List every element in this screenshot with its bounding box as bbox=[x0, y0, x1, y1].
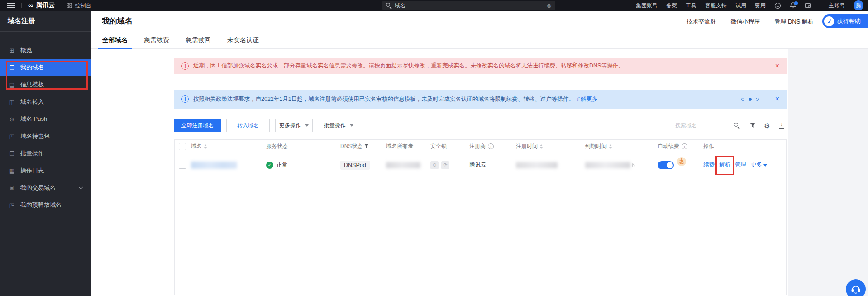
clear-icon[interactable]: ⊗ bbox=[547, 3, 552, 9]
tab-all-domains[interactable]: 全部域名 bbox=[98, 32, 132, 48]
batch-actions-label: 批量操作 bbox=[324, 122, 346, 129]
tab-redeem-urgent[interactable]: 急需赎回 bbox=[181, 32, 215, 48]
domain-cell[interactable] bbox=[191, 162, 266, 169]
sidebar-item-batch[interactable]: ❒批量操作 bbox=[0, 145, 91, 162]
manage-link[interactable]: 管理 bbox=[735, 161, 746, 169]
bell-icon[interactable] bbox=[790, 2, 796, 9]
transfer-domain-button[interactable]: 转入域名 bbox=[226, 119, 270, 132]
table-header: 域名 服务状态 DNS状态 域名所有者 安全锁 注册商i 注册时间 到期时间 自… bbox=[175, 140, 786, 153]
registrar-text: 腾讯云 bbox=[469, 161, 486, 169]
topbar-account-label[interactable]: 主账号 bbox=[829, 2, 845, 10]
refresh-lock-icon[interactable]: ⟳ bbox=[441, 161, 449, 169]
resolve-link[interactable]: 解析 bbox=[719, 161, 730, 169]
tab-label: 未实名认证 bbox=[227, 36, 259, 44]
divider bbox=[21, 3, 22, 8]
alert-info: i 按照相关政策法规要求，自2022年1月1日起，域名注册前必须使用已实名审核的… bbox=[174, 90, 787, 109]
row-checkbox-cell bbox=[175, 162, 191, 169]
sidebar-item-info-template[interactable]: ▤信息模板 bbox=[0, 76, 91, 93]
sort-icon[interactable] bbox=[204, 144, 207, 149]
get-help-button[interactable]: 获得帮助 bbox=[822, 14, 868, 28]
sidebar-item-package[interactable]: ◰域名特惠包 bbox=[0, 128, 91, 145]
sort-icon[interactable] bbox=[540, 144, 543, 149]
header-checkbox-cell bbox=[175, 143, 191, 150]
expire-time-redacted bbox=[585, 162, 630, 168]
more-actions-dropdown[interactable]: 更多操作 bbox=[275, 119, 313, 132]
chat-support-button[interactable] bbox=[846, 279, 866, 296]
topbar-search[interactable]: ⊗ bbox=[382, 1, 555, 10]
link-tech-group[interactable]: 技术交流群 bbox=[687, 18, 716, 26]
sidebar-item-label: 批量操作 bbox=[20, 149, 44, 158]
close-icon[interactable]: × bbox=[775, 62, 779, 70]
batch-actions-dropdown[interactable]: 批量操作 bbox=[320, 119, 358, 132]
page-title: 我的域名 bbox=[102, 16, 133, 26]
close-icon[interactable]: × bbox=[775, 95, 779, 103]
learn-more-link[interactable]: 了解更多 bbox=[575, 96, 598, 102]
sidebar-item-label: 信息模板 bbox=[20, 81, 44, 89]
sidebar-item-log[interactable]: ▦操作日志 bbox=[0, 162, 91, 179]
domain-search-box[interactable] bbox=[671, 119, 744, 132]
sidebar-item-trade-domains[interactable]: ⌸我的交易域名 bbox=[0, 179, 91, 196]
sort-icon[interactable] bbox=[609, 144, 612, 149]
renew-link[interactable]: 续费 bbox=[703, 161, 715, 169]
status-text: 正常 bbox=[277, 161, 288, 169]
register-domain-button[interactable]: 立即注册域名 bbox=[174, 119, 221, 132]
sidebar-item-prerelease[interactable]: ◳我的预释放域名 bbox=[0, 196, 91, 214]
domain-search-input[interactable] bbox=[675, 122, 731, 129]
filter-icon[interactable] bbox=[748, 120, 758, 130]
sidebar-item-label: 域名转入 bbox=[20, 98, 44, 106]
topbar-nav-group-account[interactable]: 集团账号 bbox=[636, 2, 658, 10]
carousel-dot-active[interactable] bbox=[749, 98, 752, 101]
info-circle-icon[interactable]: i bbox=[488, 143, 494, 149]
topbar-nav-tools[interactable]: 工具 bbox=[686, 2, 696, 10]
info-circle-icon[interactable]: i bbox=[682, 143, 687, 149]
feedback-icon[interactable] bbox=[774, 2, 781, 9]
topbar-nav-icp[interactable]: 备案 bbox=[666, 2, 677, 10]
carousel-dot[interactable] bbox=[741, 98, 744, 101]
search-icon bbox=[734, 123, 739, 128]
sidebar-item-push[interactable]: ⊖域名 Push bbox=[0, 110, 91, 128]
more-actions-label: 更多操作 bbox=[279, 122, 301, 129]
alert-error: ! 近期，因工信部加强域名实名要求，部分存量域名实名信息需要修改。请按页面提示尽… bbox=[174, 58, 787, 74]
sidebar-item-my-domains[interactable]: ❐我的域名 bbox=[0, 59, 91, 76]
topbar-right: 集团账号 备案 工具 客服支持 试用 费用 主账号 腾 bbox=[636, 0, 863, 11]
sidebar-item-transfer-in[interactable]: ◫域名转入 bbox=[0, 93, 91, 110]
push-icon: ⊖ bbox=[8, 116, 15, 123]
topbar-search-input[interactable] bbox=[395, 2, 544, 9]
link-manage-dns[interactable]: 管理 DNS 解析 bbox=[774, 18, 814, 26]
auto-renew-toggle[interactable] bbox=[658, 161, 674, 169]
tencent-cloud-logo[interactable]: ∞ 腾讯云 bbox=[28, 1, 55, 10]
console-settings-icon[interactable] bbox=[805, 2, 811, 9]
row-actions: 续费 解析 管理 更多 bbox=[703, 161, 767, 169]
filter-icon[interactable] bbox=[364, 144, 368, 149]
alert-info-text: 按照相关政策法规要求，自2022年1月1日起，域名注册前必须使用已实名审核的信息… bbox=[193, 95, 598, 103]
carousel-dot[interactable] bbox=[756, 98, 759, 101]
select-all-checkbox[interactable] bbox=[179, 143, 186, 150]
logo-text: 腾讯云 bbox=[36, 1, 55, 10]
sidebar-menu: ⊞概览 ❐我的域名 ▤信息模板 ◫域名转入 ⊖域名 Push ◰域名特惠包 ❒批… bbox=[0, 42, 91, 214]
sidebar-item-label: 操作日志 bbox=[20, 167, 44, 175]
tab-label: 急需赎回 bbox=[186, 36, 211, 44]
topbar-nav-support[interactable]: 客服支持 bbox=[705, 2, 727, 10]
download-icon[interactable] bbox=[777, 120, 787, 130]
lock-icon[interactable]: ⊖ bbox=[430, 161, 439, 169]
domain-table: 域名 服务状态 DNS状态 域名所有者 安全锁 注册商i 注册时间 到期时间 自… bbox=[174, 139, 787, 295]
get-help-label: 获得帮助 bbox=[837, 17, 861, 25]
menu-icon[interactable] bbox=[7, 3, 15, 8]
sidebar-title: 域名注册 bbox=[0, 11, 91, 32]
toolbar: 立即注册域名 转入域名 更多操作 批量操作 ⚙ bbox=[174, 119, 787, 132]
tab-renew-urgent[interactable]: 急需续费 bbox=[139, 32, 174, 48]
more-link[interactable]: 更多 bbox=[751, 161, 767, 169]
col-registrar: 注册商i bbox=[469, 143, 516, 150]
topbar-nav-trial[interactable]: 试用 bbox=[735, 2, 746, 10]
avatar[interactable]: 腾 bbox=[854, 0, 863, 10]
tab-not-verified[interactable]: 未实名认证 bbox=[223, 32, 263, 48]
topbar-nav-billing[interactable]: 费用 bbox=[755, 2, 766, 10]
row-checkbox[interactable] bbox=[179, 162, 186, 169]
col-register-time: 注册时间 bbox=[516, 143, 585, 150]
sidebar-item-label: 我的交易域名 bbox=[20, 184, 56, 192]
sidebar-item-overview[interactable]: ⊞概览 bbox=[0, 42, 91, 59]
gear-icon[interactable]: ⚙ bbox=[762, 120, 772, 130]
tab-bar: 全部域名 急需续费 急需赎回 未实名认证 bbox=[91, 32, 868, 49]
link-mini-program[interactable]: 微信小程序 bbox=[730, 18, 760, 26]
topbar-console-link[interactable]: 控制台 bbox=[67, 2, 91, 10]
